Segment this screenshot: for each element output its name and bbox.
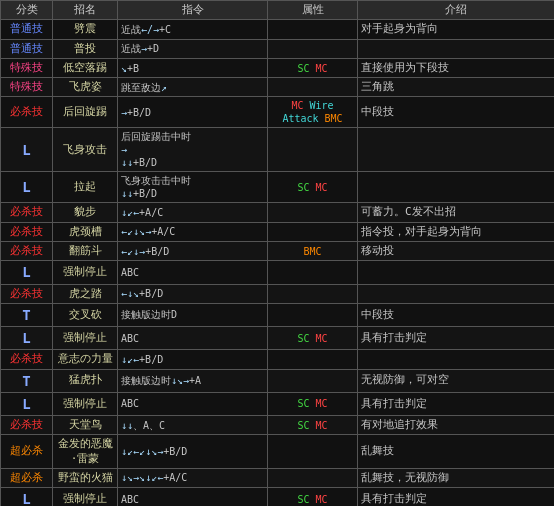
row-desc: 指令投，对手起身为背向 [358,222,555,241]
sc-badge: SC [297,420,309,431]
row-cmd: ↘+B [118,58,268,77]
sc-badge: SC [297,494,309,505]
table-row: 特殊技 飞虎姿 跳至敌边↗ 三角跳 [1,78,555,97]
table-row: 超必杀 野蛮的火猫 ↓↘→↘↓↙←+A/C 乱舞技，无视防御 [1,468,555,487]
row-attr: SC MC [268,58,358,77]
row-attr [268,468,358,487]
row-name: 低空落踢 [53,58,118,77]
row-name: 飞虎姿 [53,78,118,97]
row-cmd: ↓↙←+A/C [118,203,268,222]
row-attr: SC MC [268,415,358,434]
row-attr: SC MC [268,327,358,350]
row-class: L [1,392,53,415]
row-name: 虎之踏 [53,284,118,303]
row-attr [268,203,358,222]
row-name: 拉起 [53,172,118,203]
row-desc: 移动投 [358,242,555,261]
row-name: 天堂鸟 [53,415,118,434]
mc-badge: MC [316,333,328,344]
row-name: 猛虎扑 [53,369,118,392]
row-name: 后回旋踢 [53,97,118,128]
row-class: 普通技 [1,20,53,39]
row-cmd: ↓↙←↙↓↘→+B/D [118,435,268,469]
row-class: L [1,488,53,506]
row-attr [268,222,358,241]
row-class: 特殊技 [1,58,53,77]
row-attr: MC Wire Attack BMC [268,97,358,128]
header-name: 招名 [53,1,118,20]
mc-badge: MC [316,63,328,74]
row-cmd: ↓↘→↘↓↙←+A/C [118,468,268,487]
row-desc: 无视防御，可对空 [358,369,555,392]
row-desc: 有对地追打效果 [358,415,555,434]
row-attr [268,435,358,469]
table-row: 必杀技 虎颈槽 ←↙↓↘→+A/C 指令投，对手起身为背向 [1,222,555,241]
row-class: 必杀技 [1,415,53,434]
row-desc [358,284,555,303]
table-row: 超必杀 金发的恶魔·雷蒙 ↓↙←↙↓↘→+B/D 乱舞技 [1,435,555,469]
row-class: 必杀技 [1,350,53,369]
row-attr [268,369,358,392]
row-class: 必杀技 [1,97,53,128]
table-row: 必杀技 貌步 ↓↙←+A/C 可蓄力。C发不出招 [1,203,555,222]
row-desc: 三角跳 [358,78,555,97]
row-name: 强制停止 [53,327,118,350]
table-row: 必杀技 天堂鸟 ↓↓、A、C SC MC 有对地追打效果 [1,415,555,434]
row-cmd: ABC [118,327,268,350]
row-class: T [1,369,53,392]
row-cmd: ←↙↓→+B/D [118,242,268,261]
row-desc: 中段技 [358,97,555,128]
table-row: 普通技 普投 近战→+D [1,39,555,58]
mc-badge: MC [316,420,328,431]
row-cmd: 飞身攻击击中时↓↓+B/D [118,172,268,203]
mc-badge: MC [291,100,303,111]
row-cmd: ↓↙←+B/D [118,350,268,369]
row-desc: 可蓄力。C发不出招 [358,203,555,222]
row-attr [268,20,358,39]
row-cmd: ←↓↘+B/D [118,284,268,303]
row-name: 野蛮的火猫 [53,468,118,487]
row-attr: SC MC [268,392,358,415]
sc-badge: SC [297,182,309,193]
row-class: 超必杀 [1,435,53,469]
row-class: T [1,303,53,326]
row-cmd: 接触版边时D [118,303,268,326]
row-name: 交叉砍 [53,303,118,326]
table-row: 必杀技 意志の力量 ↓↙←+B/D [1,350,555,369]
row-desc [358,39,555,58]
row-class: L [1,261,53,284]
table-row: L 强制停止 ABC SC MC 具有打击判定 [1,488,555,506]
bmc-badge: BMC [303,246,321,257]
row-desc: 对手起身为背向 [358,20,555,39]
table-row: L 强制停止 ABC SC MC 具有打击判定 [1,327,555,350]
table-row: 必杀技 虎之踏 ←↓↘+B/D [1,284,555,303]
row-name: 强制停止 [53,261,118,284]
row-class: L [1,128,53,172]
row-cmd: 近战←/→+C [118,20,268,39]
row-cmd: 后回旋踢击中时→↓↓+B/D [118,128,268,172]
row-attr: SC MC [268,172,358,203]
header-class: 分类 [1,1,53,20]
row-cmd: 接触版边时↓↘→+A [118,369,268,392]
mc-badge: MC [316,398,328,409]
table-row: T 交叉砍 接触版边时D 中段技 [1,303,555,326]
row-name: 劈震 [53,20,118,39]
row-name: 翻筋斗 [53,242,118,261]
row-name: 强制停止 [53,392,118,415]
row-class: 必杀技 [1,242,53,261]
row-attr [268,78,358,97]
row-class: 普通技 [1,39,53,58]
row-class: 特殊技 [1,78,53,97]
row-cmd: ABC [118,392,268,415]
row-class: L [1,327,53,350]
row-desc: 具有打击判定 [358,392,555,415]
table-row: 特殊技 低空落踢 ↘+B SC MC 直接使用为下段技 [1,58,555,77]
row-desc: 乱舞技，无视防御 [358,468,555,487]
table-row: L 强制停止 ABC [1,261,555,284]
row-attr [268,284,358,303]
mc-badge: MC [316,494,328,505]
row-name: 金发的恶魔·雷蒙 [53,435,118,469]
header-cmd: 指令 [118,1,268,20]
table-row: 普通技 劈震 近战←/→+C 对手起身为背向 [1,20,555,39]
mc-badge: MC [316,182,328,193]
